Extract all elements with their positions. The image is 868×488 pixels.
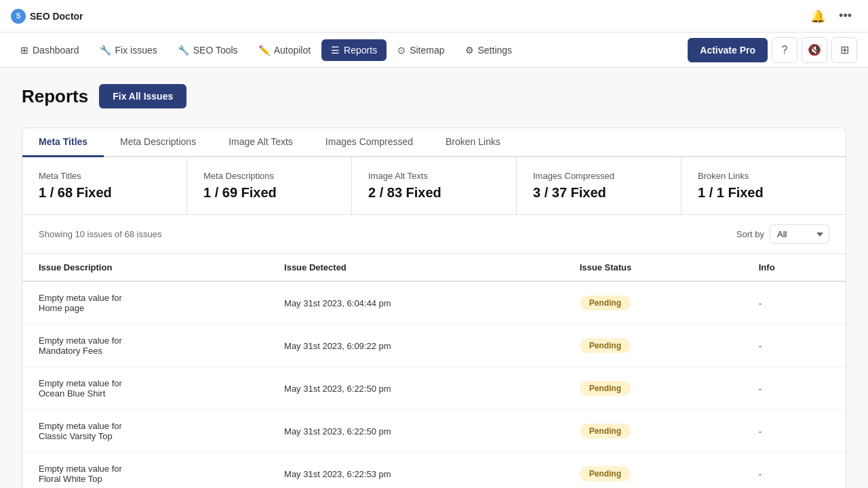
table-row: Empty meta value forClassic Varsity Top … bbox=[22, 410, 846, 453]
tabs-container: Meta Titles Meta Descriptions Image Alt … bbox=[22, 128, 846, 157]
stat-label-meta-descriptions: Meta Descriptions bbox=[203, 171, 335, 181]
nav-item-reports[interactable]: ☰ Reports bbox=[321, 39, 387, 61]
fix-issues-icon: 🔧 bbox=[100, 45, 111, 56]
tab-image-alt-texts[interactable]: Image Alt Texts bbox=[212, 128, 309, 157]
activate-pro-button[interactable]: Activate Pro bbox=[688, 38, 768, 62]
help-button[interactable]: ? bbox=[772, 37, 797, 63]
table-controls: Showing 10 issues of 68 issues Sort by A… bbox=[22, 215, 846, 254]
main-card: Meta Titles Meta Descriptions Image Alt … bbox=[22, 127, 846, 488]
stat-value-images-compressed: 3 / 37 Fixed bbox=[533, 185, 665, 201]
sort-control: Sort by All Pending Fixed bbox=[736, 224, 829, 244]
cell-detected-1: May 31st 2023, 6:09:22 pm bbox=[268, 325, 564, 367]
nav-item-sitemap[interactable]: ⊙ Sitemap bbox=[388, 39, 454, 61]
sound-button[interactable]: 🔇 bbox=[802, 37, 827, 63]
table-header-row: Issue Description Issue Detected Issue S… bbox=[22, 254, 846, 281]
cell-status-2: Pending bbox=[564, 367, 743, 410]
app-logo-icon: S bbox=[11, 9, 26, 24]
dashboard-icon: ⊞ bbox=[20, 45, 28, 56]
stat-value-broken-links: 1 / 1 Fixed bbox=[698, 185, 829, 201]
nav-label-autopilot: Autopilot bbox=[274, 45, 311, 56]
stat-card-meta-titles: Meta Titles 1 / 68 Fixed bbox=[22, 157, 187, 214]
top-bar: S SEO Doctor 🔔 ••• bbox=[0, 0, 868, 33]
stat-card-image-alt-texts: Image Alt Texts 2 / 83 Fixed bbox=[352, 157, 517, 214]
tab-broken-links[interactable]: Broken Links bbox=[429, 128, 517, 157]
nav-label-reports: Reports bbox=[344, 45, 377, 56]
page-content: Reports Fix All Issues Meta Titles Meta … bbox=[0, 68, 868, 488]
cell-status-0: Pending bbox=[564, 281, 743, 325]
nav-item-seo-tools[interactable]: 🔧 SEO Tools bbox=[168, 39, 248, 61]
table-section: Issue Description Issue Detected Issue S… bbox=[22, 254, 846, 488]
tab-images-compressed[interactable]: Images Compressed bbox=[309, 128, 429, 157]
tab-meta-descriptions[interactable]: Meta Descriptions bbox=[104, 128, 212, 157]
notification-bell-button[interactable]: 🔔 bbox=[805, 5, 831, 28]
table-row: Empty meta value forMandatory Fees May 3… bbox=[22, 325, 846, 367]
cell-description-3: Empty meta value forClassic Varsity Top bbox=[22, 410, 268, 453]
tab-meta-titles[interactable]: Meta Titles bbox=[22, 128, 104, 157]
nav-item-fix-issues[interactable]: 🔧 Fix issues bbox=[90, 39, 167, 61]
data-table: Issue Description Issue Detected Issue S… bbox=[22, 254, 846, 488]
top-bar-right: 🔔 ••• bbox=[805, 5, 857, 28]
sort-select[interactable]: All Pending Fixed bbox=[770, 224, 829, 244]
settings-icon: ⚙ bbox=[465, 45, 474, 56]
table-row: Empty meta value forHome page May 31st 2… bbox=[22, 281, 846, 325]
cell-info-3: - bbox=[743, 410, 846, 453]
app-logo: S SEO Doctor bbox=[11, 9, 83, 24]
nav-item-autopilot[interactable]: ✏️ Autopilot bbox=[249, 39, 320, 61]
nav-bar: ⊞ Dashboard 🔧 Fix issues 🔧 SEO Tools ✏️ … bbox=[0, 33, 868, 68]
stat-label-meta-titles: Meta Titles bbox=[39, 171, 170, 181]
col-header-issue-status: Issue Status bbox=[564, 254, 743, 281]
cell-info-1: - bbox=[743, 325, 846, 367]
page-header: Reports Fix All Issues bbox=[22, 84, 846, 108]
status-badge-1: Pending bbox=[580, 338, 631, 353]
more-options-button[interactable]: ••• bbox=[833, 5, 857, 27]
page-title: Reports bbox=[22, 86, 88, 107]
stat-card-broken-links: Broken Links 1 / 1 Fixed bbox=[682, 157, 846, 214]
cell-detected-2: May 31st 2023, 6:22:50 pm bbox=[268, 367, 564, 410]
status-badge-0: Pending bbox=[580, 296, 631, 310]
stat-value-meta-titles: 1 / 68 Fixed bbox=[39, 185, 170, 201]
grid-view-button[interactable]: ⊞ bbox=[831, 37, 857, 63]
nav-item-dashboard[interactable]: ⊞ Dashboard bbox=[11, 39, 89, 61]
status-badge-4: Pending bbox=[580, 466, 631, 481]
cell-info-4: - bbox=[743, 453, 846, 489]
showing-text: Showing 10 issues of 68 issues bbox=[39, 229, 161, 239]
cell-detected-0: May 31st 2023, 6:04:44 pm bbox=[268, 281, 564, 325]
seo-tools-icon: 🔧 bbox=[178, 45, 189, 56]
cell-detected-4: May 31st 2023, 6:22:53 pm bbox=[268, 453, 564, 489]
table-row: Empty meta value forFloral White Top May… bbox=[22, 453, 846, 489]
cell-detected-3: May 31st 2023, 6:22:50 pm bbox=[268, 410, 564, 453]
nav-label-settings: Settings bbox=[478, 45, 513, 56]
cell-description-4: Empty meta value forFloral White Top bbox=[22, 453, 268, 489]
sort-label: Sort by bbox=[736, 229, 764, 239]
table-row: Empty meta value forOcean Blue Shirt May… bbox=[22, 367, 846, 410]
status-badge-3: Pending bbox=[580, 424, 631, 439]
sitemap-icon: ⊙ bbox=[397, 45, 406, 56]
stat-card-images-compressed: Images Compressed 3 / 37 Fixed bbox=[517, 157, 682, 214]
fix-all-issues-button[interactable]: Fix All Issues bbox=[99, 84, 186, 108]
stats-row: Meta Titles 1 / 68 Fixed Meta Descriptio… bbox=[22, 157, 846, 215]
stat-label-image-alt-texts: Image Alt Texts bbox=[368, 171, 500, 181]
tabs: Meta Titles Meta Descriptions Image Alt … bbox=[22, 128, 846, 156]
nav-label-dashboard: Dashboard bbox=[33, 45, 79, 56]
cell-description-1: Empty meta value forMandatory Fees bbox=[22, 325, 268, 367]
stat-label-images-compressed: Images Compressed bbox=[533, 171, 665, 181]
cell-info-2: - bbox=[743, 367, 846, 410]
nav-item-settings[interactable]: ⚙ Settings bbox=[456, 39, 522, 61]
cell-status-3: Pending bbox=[564, 410, 743, 453]
autopilot-icon: ✏️ bbox=[258, 45, 270, 56]
cell-description-0: Empty meta value forHome page bbox=[22, 281, 268, 325]
nav-label-fix-issues: Fix issues bbox=[115, 45, 157, 56]
stat-card-meta-descriptions: Meta Descriptions 1 / 69 Fixed bbox=[187, 157, 352, 214]
status-badge-2: Pending bbox=[580, 381, 631, 396]
nav-label-sitemap: Sitemap bbox=[410, 45, 444, 56]
cell-status-1: Pending bbox=[564, 325, 743, 367]
cell-description-2: Empty meta value forOcean Blue Shirt bbox=[22, 367, 268, 410]
stat-value-meta-descriptions: 1 / 69 Fixed bbox=[203, 185, 335, 201]
stat-label-broken-links: Broken Links bbox=[698, 171, 829, 181]
col-header-issue-description: Issue Description bbox=[22, 254, 268, 281]
col-header-info: Info bbox=[743, 254, 846, 281]
cell-status-4: Pending bbox=[564, 453, 743, 489]
cell-info-0: - bbox=[743, 281, 846, 325]
reports-icon: ☰ bbox=[331, 45, 340, 56]
col-header-issue-detected: Issue Detected bbox=[268, 254, 564, 281]
